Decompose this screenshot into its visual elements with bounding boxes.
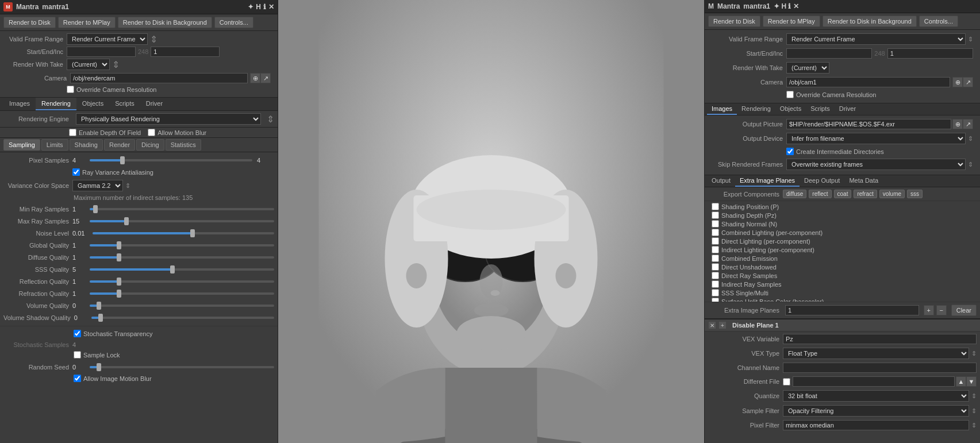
end-input[interactable] — [151, 47, 220, 57]
right-tab-driver[interactable]: Driver — [835, 103, 860, 115]
cb-combined-lighting-input[interactable] — [712, 229, 719, 236]
right-valid-frame-select[interactable]: Render Current Frame — [786, 33, 966, 45]
controls-button[interactable]: Controls... — [214, 17, 253, 28]
cb-direct-lighting-input[interactable] — [712, 237, 719, 245]
right-end-input[interactable] — [887, 48, 973, 59]
quantize-select[interactable]: 32 bit float — [783, 390, 969, 402]
sample-filter-select[interactable]: Opacity Filtering — [783, 405, 969, 417]
vex-variable-input[interactable] — [783, 334, 977, 344]
volume-quality-thumb[interactable] — [97, 302, 101, 310]
ray-variance-checkbox[interactable]: Ray Variance Antialiasing — [72, 168, 153, 176]
help-icon[interactable]: H — [256, 3, 261, 11]
cb-indirect-lighting-input[interactable] — [712, 246, 719, 253]
right-tab-scripts[interactable]: Scripts — [806, 103, 835, 115]
plane-add-btn[interactable]: + — [718, 321, 727, 329]
subtab-render[interactable]: Render — [104, 139, 135, 151]
image-motion-blur-input[interactable] — [74, 375, 81, 382]
cb-direct-unshadowed-input[interactable] — [712, 263, 719, 271]
export-tag-diffuse[interactable]: diffuse — [783, 190, 806, 198]
engine-arrow[interactable]: ⇕ — [267, 114, 274, 125]
enable-dof-input[interactable] — [69, 129, 76, 136]
right-tab-images[interactable]: Images — [707, 103, 737, 115]
right-render-take-select[interactable]: (Current) — [786, 62, 829, 74]
close-icon[interactable]: ✕ — [268, 3, 274, 11]
right-output-device-select[interactable]: Infer from filename — [786, 133, 966, 144]
stochastic-checkbox[interactable]: Stochastic Transparency — [74, 330, 152, 337]
right-valid-frame-arrow[interactable]: ⇕ — [968, 36, 973, 43]
info-icon[interactable]: ℹ — [263, 3, 266, 11]
right-render-mplay-btn[interactable]: Render to MPlay — [763, 16, 820, 27]
right-render-disk-btn[interactable]: Render to Disk — [708, 16, 760, 27]
export-tag-sss[interactable]: sss — [907, 190, 923, 198]
variance-arrow[interactable]: ⇕ — [125, 182, 130, 190]
right-tab-objects[interactable]: Objects — [775, 103, 806, 115]
right-info-icon[interactable]: ℹ — [788, 2, 791, 10]
rendering-engine-select[interactable]: Physically Based Rendering — [76, 113, 261, 125]
right-device-arrow[interactable]: ⇕ — [968, 135, 973, 142]
camera-pick-button[interactable]: ⊕ — [250, 73, 260, 83]
cb-basecolor-input[interactable] — [712, 298, 719, 302]
right-camera-open-btn[interactable]: ↗ — [963, 77, 973, 87]
right-override-input[interactable] — [786, 91, 794, 98]
tab-rendering[interactable]: Rendering — [36, 98, 76, 110]
volume-shadow-thumb[interactable] — [98, 314, 103, 322]
right-output-open-btn[interactable]: ↗ — [963, 119, 973, 129]
random-seed-thumb[interactable] — [97, 363, 101, 371]
render-with-take-select[interactable]: (Current) — [67, 59, 110, 70]
right-tab-rendering[interactable]: Rendering — [737, 103, 775, 115]
start-end-input[interactable] — [67, 47, 136, 57]
noise-level-thumb[interactable] — [190, 229, 195, 237]
override-camera-input[interactable] — [67, 86, 74, 93]
channel-name-input[interactable] — [783, 363, 977, 373]
right-camera-pick-btn[interactable]: ⊕ — [952, 77, 963, 87]
cb-combined-emission-input[interactable] — [712, 255, 719, 262]
right-subtab-meta-data[interactable]: Meta Data — [844, 175, 883, 187]
cb-sss-single-multi-input[interactable] — [712, 289, 719, 296]
right-create-intermediate-checkbox[interactable]: Create Intermediate Directories — [786, 148, 884, 155]
right-skip-frames-select[interactable]: Overwrite existing frames — [786, 159, 966, 170]
tab-images[interactable]: Images — [3, 98, 36, 110]
right-subtab-extra-planes[interactable]: Extra Image Planes — [735, 175, 800, 187]
sample-lock-checkbox[interactable]: Sample Lock — [74, 351, 120, 359]
variance-color-space-select[interactable]: Gamma 2.2 — [72, 180, 123, 191]
export-tag-coat[interactable]: coat — [834, 190, 852, 198]
image-motion-blur-checkbox[interactable]: Allow Image Motion Blur — [74, 375, 152, 382]
vex-type-select[interactable]: Float Type — [783, 348, 969, 359]
cb-shading-normal-input[interactable] — [712, 220, 719, 228]
stochastic-input[interactable] — [74, 330, 81, 337]
different-file-input[interactable] — [793, 376, 955, 387]
diffuse-quality-thumb[interactable] — [117, 253, 121, 261]
right-subtab-deep-output[interactable]: Deep Output — [800, 175, 844, 187]
different-file-checkbox[interactable] — [783, 378, 790, 386]
extra-planes-input[interactable] — [785, 305, 919, 315]
right-override-checkbox[interactable]: Override Camera Resolution — [786, 91, 876, 98]
cb-indirect-ray-samples-input[interactable] — [712, 280, 719, 288]
min-ray-thumb[interactable] — [93, 205, 98, 213]
max-ray-thumb[interactable] — [124, 217, 129, 225]
sss-quality-thumb[interactable] — [170, 265, 175, 273]
right-close-icon[interactable]: ✕ — [793, 2, 799, 10]
right-render-disk-bg-btn[interactable]: Render to Disk in Background — [823, 16, 917, 27]
refraction-quality-thumb[interactable] — [117, 290, 121, 298]
ray-variance-input[interactable] — [72, 168, 80, 176]
tab-objects[interactable]: Objects — [76, 98, 109, 110]
override-camera-checkbox[interactable]: Override Camera Resolution — [67, 86, 156, 93]
subtab-shading[interactable]: Shading — [70, 139, 103, 151]
cb-shading-position-input[interactable] — [712, 203, 719, 210]
tab-scripts[interactable]: Scripts — [109, 98, 140, 110]
tab-driver[interactable]: Driver — [140, 98, 168, 110]
export-tag-volume[interactable]: volume — [879, 190, 905, 198]
render-to-mplay-button[interactable]: Render to MPlay — [58, 17, 116, 28]
reflection-quality-thumb[interactable] — [117, 278, 121, 286]
plane-close-btn[interactable]: ✕ — [708, 321, 716, 329]
right-subtab-output[interactable]: Output — [707, 175, 735, 187]
pixel-filter-input[interactable] — [783, 420, 969, 430]
right-star-icon[interactable]: ✦ — [774, 2, 779, 10]
extra-planes-add-btn[interactable]: + — [924, 305, 934, 315]
pixel-filter-arrow[interactable]: ⇕ — [971, 422, 977, 429]
allow-motion-blur-checkbox[interactable]: Allow Motion Blur — [148, 129, 206, 136]
vex-type-arrow[interactable]: ⇕ — [971, 350, 977, 357]
take-arrow[interactable]: ⇕ — [112, 59, 120, 70]
cb-shading-depth-input[interactable] — [712, 211, 719, 219]
subtab-dicing[interactable]: Dicing — [136, 139, 164, 151]
